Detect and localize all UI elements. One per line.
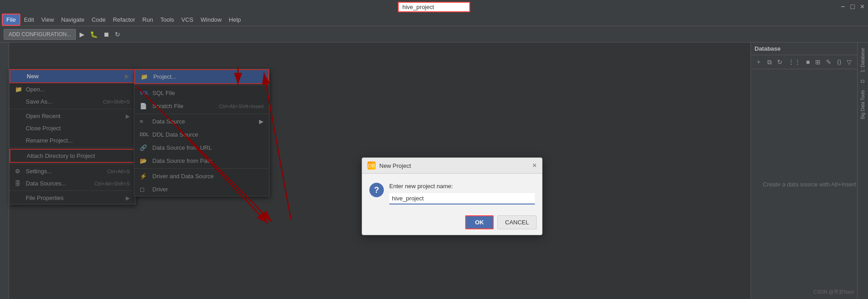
dialog-title: New Project [379,162,411,169]
d-tab[interactable]: D [859,78,866,85]
menu-view[interactable]: View [38,14,57,25]
database-tab[interactable]: 1: Database [859,46,866,74]
new-submenu-scratch-file[interactable]: 📄 Scratch File Ctrl+Alt+Shift+Insert [134,100,269,113]
menu-window[interactable]: Window [197,14,225,25]
new-submenu-data-source-path[interactable]: 📂 Data Source from Path [134,154,269,167]
file-open-recent-label: Open Recent [26,113,61,119]
file-attach-dir-label: Attach Directory to Project [27,152,95,159]
sub-separator-2 [134,114,269,114]
path-icon: 📂 [140,157,149,164]
new-project-name-input[interactable] [392,195,532,202]
stop-icon[interactable]: ⏹ [101,29,111,40]
file-settings-label: Settings... [26,168,52,175]
title-bar-project-input[interactable] [398,2,470,12]
file-menu-new[interactable]: New ▶ [9,69,135,83]
new-sql-file-label: SQL File [152,90,175,96]
new-submenu-driver[interactable]: ◻ Driver [134,183,269,196]
new-scratch-file-label: Scratch File [152,103,184,109]
db-stop-icon[interactable]: ■ [804,57,811,66]
new-submenu-data-source[interactable]: ≡ Data Source ▶ [134,115,269,128]
new-submenu-ddl-data-source[interactable]: DDL DDL Data Source [134,128,269,141]
maximize-button[interactable]: □ [850,3,855,11]
file-new-label: New [27,73,39,80]
file-saveas-label: Save As... [26,98,52,105]
left-strip [0,43,9,299]
file-menu-settings[interactable]: ⚙ Settings... Ctrl+Alt+S [9,165,135,177]
file-menu-data-sources[interactable]: 🗄 Data Sources... Ctrl+Alt+Shift+S [9,177,135,190]
file-rename-project-label: Rename Project... [26,137,73,144]
new-ddl-data-source-label: DDL Data Source [152,131,198,138]
toolbar: ADD CONFIGURATION... ▶ 🐛 ⏹ ↻ [0,26,868,43]
menu-bar: File Edit View Navigate Code Refactor Ru… [0,14,868,26]
menu-edit[interactable]: Edit [20,14,38,25]
new-submenu-project[interactable]: 📁 Project... [134,69,269,84]
menu-run[interactable]: Run [139,14,157,25]
dialog-input-wrapper [389,193,535,204]
sub-separator-1 [134,85,269,85]
file-menu-open[interactable]: 📁 Open... [9,83,135,95]
db-sql-icon[interactable]: ⟨⟩ [835,57,843,66]
file-properties-label: File Properties [26,195,64,201]
database-panel-content: Create a data source with Alt+Insert [751,69,868,299]
file-menu-open-recent[interactable]: Open Recent ▶ [9,110,135,122]
new-submenu-sql-file[interactable]: SQL SQL File [134,86,269,100]
db-filter-icon[interactable]: ▽ [845,57,854,66]
scratch-file-icon: 📄 [140,103,149,109]
menu-help[interactable]: Help [225,14,245,25]
new-driver-label: Driver [152,186,168,193]
project-icon: 📁 [141,73,150,80]
data-sources-icon: 🗄 [15,180,23,187]
debug-icon[interactable]: 🐛 [88,29,99,40]
file-menu-saveas[interactable]: Save As... Ctrl+Shift+S [9,95,135,108]
new-data-source-path-label: Data Source from Path [152,157,212,164]
menu-file[interactable]: File [2,14,20,26]
content-area: Manage Data Sources Ctrl+Alt+Shift+S Rec… [9,43,750,299]
saveas-shortcut: Ctrl+Shift+S [103,99,130,104]
new-data-source-url-label: Data Source from URL [152,144,212,151]
menu-navigate[interactable]: Navigate [57,14,88,25]
new-submenu-data-source-url[interactable]: 🔗 Data Source from URL [134,141,269,154]
open-icon: 📁 [15,86,23,93]
db-table-icon[interactable]: ⊞ [813,57,822,66]
dialog-close-button[interactable]: × [533,162,537,169]
title-bar: − □ × [0,0,868,14]
run-icon[interactable]: ▶ [78,29,86,40]
menu-tools[interactable]: Tools [157,14,178,25]
db-more-icon[interactable]: ⋮⋮ [786,57,802,66]
right-side-tabs: 1: Database D Big Data Tools [857,43,868,299]
new-submenu-driver-datasource[interactable]: ⚡ Driver and Data Source [134,170,269,183]
new-driver-datasource-label: Driver and Data Source [152,173,214,180]
right-panel: Database ＋ ⧉ ↻ ⋮⋮ ■ ⊞ ✎ ⟨⟩ ▽ Create a da… [750,43,868,299]
dialog-cancel-button[interactable]: CANCEL [497,215,537,229]
db-copy-icon[interactable]: ⧉ [765,57,774,67]
dialog-body: ? Enter new project name: [362,174,542,212]
dialog-label: Enter new project name: [389,183,535,190]
new-arrow-icon: ▶ [125,73,129,80]
db-add-icon[interactable]: ＋ [754,57,764,67]
create-datasource-hint: Create a data source with Alt+Insert [763,181,856,188]
file-menu-attach-directory[interactable]: Attach Directory to Project [9,149,135,163]
menu-code[interactable]: Code [88,14,109,25]
dialog-info-icon: ? [369,183,384,197]
file-menu-file-properties[interactable]: File Properties ▶ [9,192,135,204]
dialog-ok-button[interactable]: OK [465,215,494,229]
db-refresh-icon[interactable]: ↻ [775,57,784,66]
db-edit-icon[interactable]: ✎ [824,57,833,66]
file-open-label: Open... [26,86,45,93]
close-button[interactable]: × [860,3,864,11]
separator-2 [9,147,135,148]
window-controls: − □ × [841,3,864,11]
file-menu-rename-project[interactable]: Rename Project... [9,134,135,147]
file-close-project-label: Close Project [26,125,61,132]
dialog-title-bar: DB New Project × [362,158,542,174]
sql-icon: SQL [140,90,149,95]
minimize-button[interactable]: − [841,3,845,11]
add-configuration-button[interactable]: ADD CONFIGURATION... [4,29,76,40]
sub-separator-3 [134,168,269,169]
dialog-app-icon: DB [368,161,376,170]
update-icon[interactable]: ↻ [113,29,122,40]
file-menu-close-project[interactable]: Close Project [9,122,135,134]
menu-refactor[interactable]: Refactor [109,14,139,25]
menu-vcs[interactable]: VCS [178,14,197,25]
big-data-tools-tab[interactable]: Big Data Tools [859,88,866,121]
